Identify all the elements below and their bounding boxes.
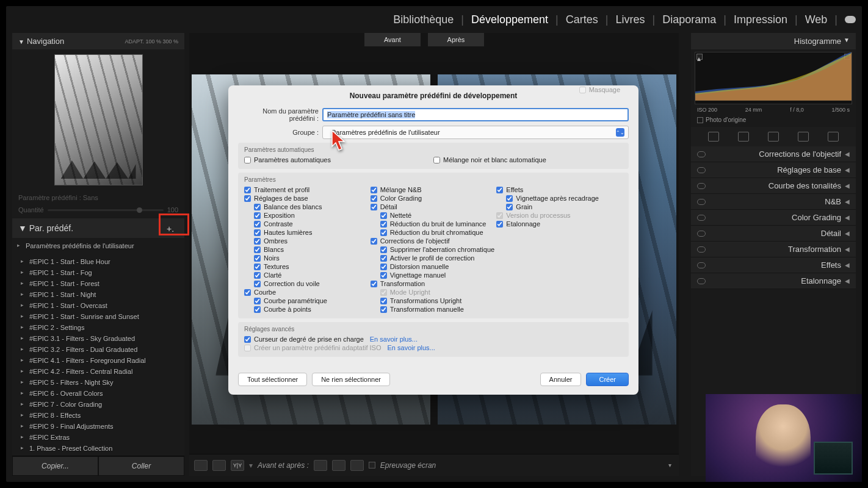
chk-shadows[interactable]: Ombres <box>254 237 371 245</box>
chk-trans-manual[interactable]: Transformation manuelle <box>380 305 497 314</box>
dialog-title: Nouveau paramètre prédéfini de développe… <box>228 85 638 105</box>
chk-curve-point[interactable]: Courbe à points <box>254 305 371 314</box>
chk-upright-trans[interactable]: Transformations Upright <box>380 296 497 305</box>
group-label: Groupe : <box>238 129 322 136</box>
chk-textures[interactable]: Textures <box>254 262 371 271</box>
chk-wb[interactable]: Balance des blancs <box>254 203 371 211</box>
chk-highlights[interactable]: Hautes lumières <box>254 228 371 237</box>
chk-nr-lum[interactable]: Réduction du bruit de luminance <box>380 220 497 228</box>
auto-bw-checkbox[interactable]: Mélange noir et blanc automatique <box>433 156 623 164</box>
dropdown-icon: ⌃⌄ <box>616 128 624 137</box>
chk-exposure[interactable]: Exposition <box>254 211 371 220</box>
chk-clarity[interactable]: Clarté <box>254 271 371 279</box>
chk-grain[interactable]: Grain <box>506 203 623 211</box>
chk-process: Version du processus <box>496 211 623 220</box>
chk-calibration[interactable]: Etalonnage <box>496 220 623 228</box>
chk-post-vign[interactable]: Vignettage après recadrage <box>506 194 623 203</box>
chk-adaptive-iso: Créer un paramètre prédéfini adaptatif I… <box>244 343 382 352</box>
cancel-button[interactable]: Annuler <box>540 373 582 386</box>
learn-more-link[interactable]: En savoir plus... <box>388 344 435 351</box>
chk-dist[interactable]: Distorsion manuelle <box>380 262 497 271</box>
chk-ca[interactable]: Supprimer l'aberration chromatique <box>380 245 497 254</box>
chk-nr-chr[interactable]: Réduction du bruit chromatique <box>380 228 497 237</box>
chk-detail[interactable]: Détail <box>371 203 497 211</box>
chk-sharpness[interactable]: Netteté <box>380 211 497 220</box>
chk-curve-param[interactable]: Courbe paramétrique <box>254 296 371 305</box>
chk-upright-mode: Mode Upright <box>380 288 497 296</box>
chk-lens[interactable]: Corrections de l'objectif <box>371 237 497 245</box>
preset-name-input[interactable] <box>322 108 629 121</box>
chk-curve[interactable]: Courbe <box>244 288 371 296</box>
group-select[interactable]: Paramètres prédéfinis de l'utilisateur ⌃… <box>322 126 629 139</box>
chk-blacks[interactable]: Noirs <box>254 254 371 262</box>
chk-masking: Masquage <box>579 85 620 94</box>
create-button[interactable]: Créer <box>586 373 629 386</box>
chk-treatment[interactable]: Traitement et profil <box>244 185 371 194</box>
advanced-section-header: Réglages avancés <box>244 326 623 332</box>
chk-support-slider[interactable]: Curseur de degré de prise en charge <box>244 335 364 343</box>
chk-basic[interactable]: Réglages de base <box>244 194 371 203</box>
chk-contrast[interactable]: Contraste <box>254 220 371 228</box>
chk-transform[interactable]: Transformation <box>371 279 497 288</box>
chk-dehaze[interactable]: Correction du voile <box>254 279 371 288</box>
learn-more-link[interactable]: En savoir plus... <box>370 336 418 343</box>
chk-bw-mix[interactable]: Mélange N&B <box>371 185 497 194</box>
chk-whites[interactable]: Blancs <box>254 245 371 254</box>
chk-effects[interactable]: Effets <box>496 185 623 194</box>
chk-vign[interactable]: Vignettage manuel <box>380 271 497 279</box>
chk-profile[interactable]: Activer le profil de correction <box>380 254 497 262</box>
new-preset-dialog: Nouveau paramètre prédéfini de développe… <box>228 85 638 395</box>
chk-color-grading[interactable]: Color Grading <box>371 194 497 203</box>
preset-name-label: Nom du paramètre prédéfini : <box>238 107 322 122</box>
select-none-button[interactable]: Ne rien sélectionner <box>312 373 390 386</box>
select-all-button[interactable]: Tout sélectionner <box>238 373 307 386</box>
params-section-header: Paramètres <box>244 176 623 183</box>
auto-settings-checkbox[interactable]: Paramètres automatiques <box>244 156 433 164</box>
webcam-overlay <box>706 394 862 482</box>
auto-section-header: Paramètres automatiques <box>244 146 623 153</box>
